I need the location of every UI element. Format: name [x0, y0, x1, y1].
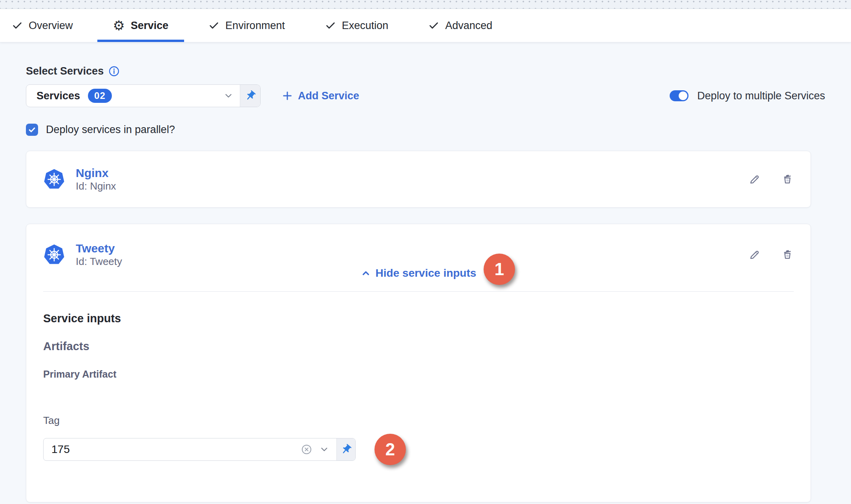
services-count-badge: 02: [88, 89, 112, 103]
tab-label: Environment: [225, 20, 285, 32]
tab-overview[interactable]: Overview: [0, 9, 89, 42]
service-card-tweety: Tweety Id: Tweety Hide service inputs 1: [26, 224, 811, 502]
check-icon: [12, 20, 23, 31]
annotation-step-1: 1: [484, 254, 515, 285]
kubernetes-icon: [43, 168, 65, 190]
tab-label: Service: [131, 20, 168, 32]
tag-field: [43, 438, 356, 461]
parallel-checkbox-label: Deploy services in parallel?: [46, 124, 175, 136]
check-icon: [28, 126, 36, 134]
artifacts-heading: Artifacts: [43, 340, 794, 353]
plus-icon: [282, 90, 293, 101]
tab-label: Execution: [342, 20, 389, 32]
divider: [43, 291, 794, 292]
deploy-multiple-toggle[interactable]: [670, 90, 688, 101]
services-dropdown-value: Services: [37, 90, 80, 102]
tab-label: Advanced: [445, 20, 492, 32]
pin-icon: [340, 444, 352, 455]
tab-label: Overview: [29, 20, 73, 32]
service-name-link[interactable]: Tweety: [76, 242, 122, 255]
edit-icon[interactable]: [748, 248, 761, 261]
gear-icon: ⚙: [113, 19, 125, 32]
pin-button[interactable]: [336, 438, 355, 460]
toggle-knob: [679, 91, 687, 100]
services-dropdown[interactable]: Services 02: [26, 84, 261, 107]
delete-icon[interactable]: [781, 248, 794, 261]
check-icon: [208, 20, 219, 31]
service-tab-content: Select Services Services 02: [0, 42, 851, 504]
chevron-up-icon: [361, 268, 371, 278]
tab-execution[interactable]: Execution: [309, 9, 404, 42]
annotation-step-2: 2: [374, 434, 406, 465]
check-icon: [325, 20, 336, 31]
deploy-multiple-label: Deploy to multiple Services: [697, 90, 825, 102]
annotation-number: 1: [495, 259, 504, 279]
tab-service[interactable]: ⚙ Service: [97, 9, 184, 42]
tag-label: Tag: [43, 415, 794, 427]
pipeline-canvas-strip: [0, 0, 851, 9]
service-id-label: Id: Nginx: [76, 180, 116, 192]
pin-icon: [245, 90, 256, 102]
annotation-number: 2: [385, 440, 395, 459]
tab-environment[interactable]: Environment: [193, 9, 301, 42]
service-inputs-heading: Service inputs: [43, 312, 794, 325]
kubernetes-icon: [43, 244, 65, 266]
chevron-down-icon[interactable]: [319, 444, 329, 455]
info-icon[interactable]: [108, 66, 120, 77]
tab-advanced[interactable]: Advanced: [413, 9, 508, 42]
service-name-link[interactable]: Nginx: [76, 166, 116, 180]
service-card-nginx: Nginx Id: Nginx: [26, 151, 811, 208]
delete-icon[interactable]: [781, 173, 794, 186]
stage-tabbar: Overview ⚙ Service Environment Execution…: [0, 9, 851, 42]
primary-artifact-label: Primary Artifact: [43, 369, 794, 380]
hide-service-inputs-link[interactable]: Hide service inputs: [361, 267, 477, 279]
pin-button[interactable]: [240, 85, 260, 107]
service-config-panel: Overview ⚙ Service Environment Execution…: [0, 0, 851, 504]
edit-icon[interactable]: [748, 173, 761, 186]
chevron-down-icon: [223, 91, 234, 101]
check-icon: [428, 20, 439, 31]
select-services-label: Select Services: [26, 65, 104, 77]
hide-service-inputs-label: Hide service inputs: [376, 267, 477, 279]
parallel-checkbox[interactable]: [26, 124, 38, 136]
add-service-button[interactable]: Add Service: [282, 90, 359, 102]
add-service-label: Add Service: [298, 90, 359, 102]
tag-input[interactable]: [44, 438, 301, 460]
service-id-label: Id: Tweety: [76, 255, 122, 268]
clear-icon[interactable]: [301, 444, 312, 455]
